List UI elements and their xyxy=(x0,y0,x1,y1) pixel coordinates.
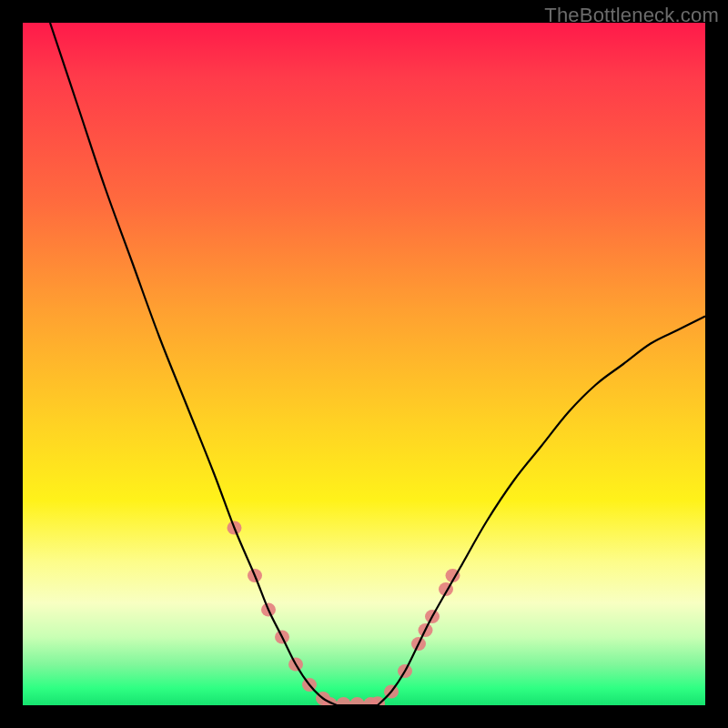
watermark-text: TheBottleneck.com xyxy=(544,4,719,27)
marker-dot xyxy=(350,697,365,705)
chart-frame: TheBottleneck.com xyxy=(0,0,728,728)
plot-area xyxy=(23,23,705,705)
curve-layer xyxy=(23,23,705,705)
markers-group xyxy=(228,521,460,705)
bottleneck-curve xyxy=(50,23,705,705)
marker-dot xyxy=(337,697,351,705)
